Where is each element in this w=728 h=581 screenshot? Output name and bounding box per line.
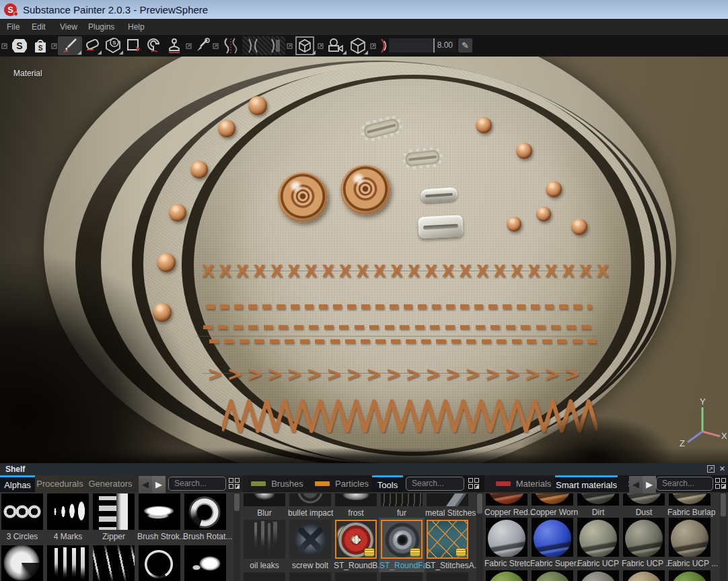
shelf-item-thumbnail[interactable] [623, 493, 665, 506]
tabs-scroll-right-button[interactable]: ▶ [152, 476, 166, 493]
shelf-item-thumbnail[interactable] [47, 493, 89, 530]
shelf-item-thumbnail[interactable] [289, 572, 331, 581]
shelf-item-thumbnail[interactable] [623, 518, 665, 557]
materials-scrollbar[interactable] [720, 492, 727, 581]
shelf-item-thumbnail[interactable] [335, 572, 377, 581]
tab-brushes[interactable]: Brushes [242, 475, 304, 492]
tabs-scroll-left-button[interactable]: ◀ [139, 476, 152, 493]
shelf-item[interactable]: Fabric UCP [577, 518, 619, 568]
materials-search-input[interactable]: Search... [656, 477, 713, 491]
shelf-item-thumbnail[interactable] [427, 493, 468, 506]
material-picker-tool[interactable] [192, 36, 211, 55]
shelf-item-thumbnail[interactable] [427, 572, 468, 581]
eraser-tool[interactable] [82, 36, 102, 55]
detach-icon[interactable] [211, 36, 219, 55]
brush-size-field[interactable]: 8.00 [389, 38, 456, 53]
brush-size-edit-icon[interactable]: ✎ [458, 38, 472, 53]
shelf-item[interactable]: Fabric UCP ... [623, 518, 665, 568]
detach-icon[interactable] [316, 36, 324, 55]
shelf-item[interactable]: Brush Rotat... [184, 493, 226, 541]
tab-procedurals[interactable]: Procedurals [35, 475, 85, 492]
title-bar[interactable]: S Substance Painter 2.0.3 - PreviewSpher… [0, 0, 728, 19]
brush-size-value[interactable]: 8.00 [435, 38, 456, 53]
viewport-3d[interactable]: XXXXXXXXXXXXXXXXXXXXXXXX >>>>>>>>>>>>>>>… [0, 57, 728, 463]
shelf-item[interactable] [669, 570, 711, 581]
shelf-item-thumbnail[interactable] [532, 570, 573, 581]
tabs-scroll-left-button[interactable]: ◀ [629, 476, 643, 493]
shelf-item[interactable] [623, 570, 665, 581]
shelf-item-thumbnail[interactable] [244, 520, 285, 559]
shelf-item[interactable] [381, 572, 423, 581]
shelf-item[interactable]: Blur [244, 493, 285, 518]
tab-materials[interactable]: Materials [484, 475, 552, 492]
detach-icon[interactable] [184, 36, 192, 55]
shelf-item[interactable] [1, 545, 43, 581]
shelf-item-thumbnail[interactable] [244, 572, 285, 581]
shelf-item[interactable]: Dirt [577, 493, 619, 517]
tab-particles[interactable]: Particles [307, 475, 369, 492]
shelf-item[interactable] [184, 545, 226, 581]
shelf-item-thumbnail[interactable] [486, 570, 527, 581]
shelf-item[interactable] [93, 545, 135, 581]
shelf-item[interactable] [139, 545, 180, 581]
shelf-item[interactable]: Copper Worn [532, 493, 573, 517]
shelf-item[interactable]: Fabric Super... [532, 518, 573, 568]
shelf-item-thumbnail[interactable] [335, 493, 377, 506]
menu-view[interactable]: View [60, 19, 77, 35]
detach-icon[interactable] [0, 36, 8, 55]
shelf-item[interactable]: Copper Red... [486, 493, 527, 517]
shelf-item[interactable]: frost [335, 493, 377, 518]
alphas-scrollbar[interactable] [233, 492, 240, 581]
shelf-item-thumbnail[interactable] [381, 572, 423, 581]
shelf-item-thumbnail[interactable] [577, 493, 619, 506]
tabs-scroll-right-button[interactable]: ▶ [643, 476, 656, 493]
shelf-item-thumbnail[interactable] [623, 570, 665, 581]
tools-search-input[interactable]: Search... [406, 477, 464, 491]
detach-icon[interactable] [369, 36, 377, 55]
clone-stamp-tool[interactable] [164, 36, 184, 55]
shelf-item-thumbnail[interactable] [381, 493, 423, 506]
projection-tool[interactable]: S [102, 36, 124, 55]
shelf-item[interactable]: Brush Strok... [139, 493, 180, 541]
material-mode-button[interactable] [293, 36, 316, 55]
shelf-item[interactable] [289, 572, 331, 581]
view-options-icon[interactable] [468, 478, 479, 489]
shelf-item[interactable] [577, 570, 619, 581]
menu-help[interactable]: Help [128, 19, 145, 35]
shelf-item-thumbnail[interactable] [93, 545, 135, 581]
brush-size-slider[interactable] [389, 38, 435, 53]
camera-projection-button[interactable] [324, 36, 347, 55]
view-options-icon[interactable] [229, 478, 240, 489]
shelf-item[interactable]: ST_RoundB... [335, 520, 377, 570]
shelf-item[interactable] [532, 570, 573, 581]
shelf-item-thumbnail[interactable] [577, 518, 619, 557]
shelf-item-thumbnail[interactable] [381, 520, 423, 559]
shelf-item[interactable]: 3 Circles [1, 493, 43, 541]
symmetry-off-icon[interactable]: x [242, 36, 264, 55]
lazy-mouse-icon[interactable] [219, 36, 242, 55]
shelf-item-thumbnail[interactable] [486, 493, 527, 506]
shelf-item-thumbnail[interactable] [532, 493, 573, 506]
shelf-item[interactable] [244, 572, 285, 581]
shelf-item-thumbnail[interactable] [244, 493, 285, 506]
shelf-item[interactable]: metal Stitches [427, 493, 468, 518]
shelf-item-thumbnail[interactable] [47, 545, 89, 581]
tab-alphas[interactable]: Alphas [0, 475, 35, 492]
shelf-item-thumbnail[interactable] [577, 570, 619, 581]
shelf-item[interactable] [427, 572, 468, 581]
shelf-item-thumbnail[interactable] [139, 493, 180, 530]
shelf-item-thumbnail[interactable] [184, 545, 226, 581]
shelf-item[interactable] [47, 545, 89, 581]
shelf-item-thumbnail[interactable] [486, 518, 527, 557]
tools-scrollbar[interactable] [476, 492, 483, 581]
shelf-item[interactable] [335, 572, 377, 581]
shelf-item[interactable]: screw bolt [289, 520, 331, 570]
shelf-item[interactable]: ST_StitchesA... [427, 520, 468, 570]
tab-tools[interactable]: Tools [372, 475, 403, 492]
menu-edit[interactable]: Edit [32, 19, 46, 35]
shelf-item-thumbnail[interactable] [335, 520, 377, 559]
view-options-icon[interactable] [715, 478, 726, 489]
shelf-item-thumbnail[interactable] [669, 570, 711, 581]
shelf-item[interactable]: Zipper [93, 493, 135, 541]
detach-icon[interactable] [50, 36, 58, 55]
